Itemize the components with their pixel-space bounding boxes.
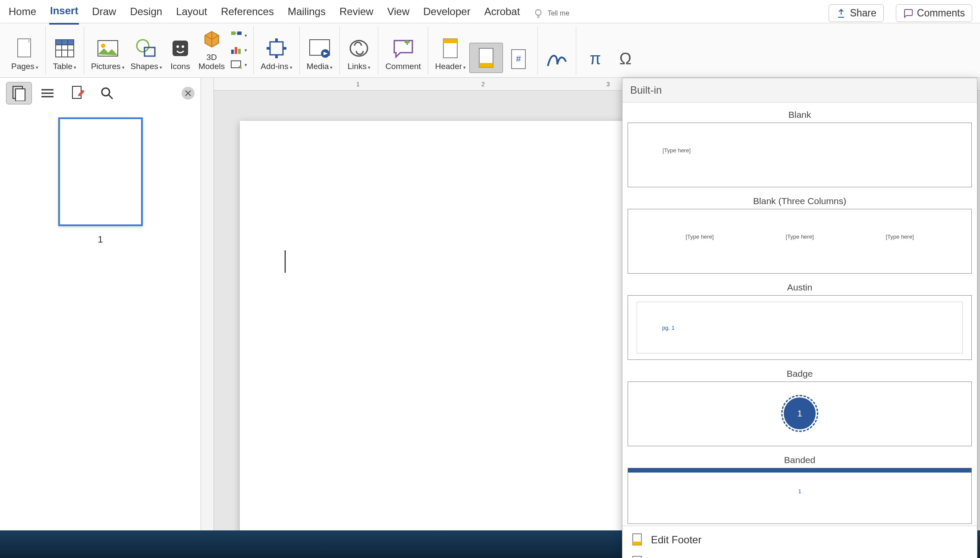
placeholder-text: [Type here] bbox=[663, 147, 691, 154]
pages-button[interactable]: Pages▾ bbox=[9, 35, 41, 73]
equation-button[interactable]: π bbox=[581, 45, 610, 73]
list-icon bbox=[41, 87, 55, 99]
svg-point-14 bbox=[182, 45, 184, 48]
3d-models-button[interactable]: 3D Models bbox=[196, 25, 227, 73]
footer-style-blank[interactable]: [Type here] bbox=[628, 123, 972, 187]
ribbon: Pages▾ Table▾ Pictures▾ Shapes▾ Icons bbox=[0, 23, 980, 78]
table-button[interactable]: Table▾ bbox=[50, 35, 79, 73]
share-button[interactable]: Share bbox=[829, 4, 883, 22]
svg-text:Ω: Ω bbox=[619, 50, 631, 68]
footer-style-three-columns[interactable]: [Type here] [Type here] [Type here] bbox=[628, 209, 972, 274]
footer-style-austin[interactable]: pg. 1 bbox=[628, 295, 972, 360]
banded-number: 1 bbox=[628, 488, 971, 495]
equation-icon: π bbox=[584, 49, 606, 69]
placeholder-text: [Type here] bbox=[886, 233, 914, 240]
pictures-button[interactable]: Pictures▾ bbox=[88, 35, 127, 73]
placeholder-text: [Type here] bbox=[685, 233, 713, 240]
footer-style-name: Austin bbox=[626, 279, 974, 295]
lightbulb-icon bbox=[533, 8, 544, 19]
svg-rect-18 bbox=[235, 47, 237, 54]
comment-label: Comment bbox=[385, 62, 421, 71]
reviewing-tab[interactable] bbox=[65, 82, 91, 104]
symbol-button[interactable]: Ω bbox=[611, 45, 640, 73]
share-icon bbox=[836, 8, 846, 19]
media-button[interactable]: Media▾ bbox=[304, 35, 336, 73]
ribbon-tabs: Home Insert Draw Design Layout Reference… bbox=[0, 0, 980, 23]
screenshot-icon bbox=[230, 60, 243, 69]
smartart-button[interactable]: ▾ bbox=[230, 29, 247, 42]
share-label: Share bbox=[850, 7, 876, 19]
icons-label: Icons bbox=[170, 62, 190, 71]
chart-icon bbox=[230, 45, 243, 55]
close-icon bbox=[185, 90, 192, 97]
svg-rect-17 bbox=[231, 50, 234, 54]
page-number-button[interactable]: # bbox=[504, 45, 533, 73]
footer-button[interactable] bbox=[471, 44, 501, 72]
svg-rect-25 bbox=[443, 39, 457, 43]
signature-icon bbox=[545, 49, 569, 69]
tab-developer[interactable]: Developer bbox=[422, 3, 471, 24]
navigation-pane: 1 bbox=[0, 78, 201, 532]
comment-icon bbox=[903, 8, 914, 19]
dropdown-section-header: Built-in bbox=[622, 78, 977, 103]
vertical-ruler[interactable] bbox=[201, 78, 214, 532]
tab-references[interactable]: References bbox=[220, 3, 275, 24]
comment-insert-icon bbox=[392, 38, 415, 59]
header-icon bbox=[441, 37, 460, 60]
tab-mailings[interactable]: Mailings bbox=[287, 3, 327, 24]
header-button[interactable]: Header▾ bbox=[433, 35, 468, 73]
svg-point-37 bbox=[41, 89, 43, 91]
svg-point-10 bbox=[137, 40, 149, 52]
svg-rect-16 bbox=[237, 32, 242, 35]
3d-icon bbox=[201, 29, 222, 50]
dropdown-scroll-area[interactable]: Blank [Type here] Blank (Three Columns) … bbox=[622, 103, 977, 526]
close-pane-button[interactable] bbox=[182, 87, 195, 100]
icons-button[interactable]: Icons bbox=[166, 35, 195, 73]
page-thumbnail[interactable] bbox=[58, 117, 143, 226]
addins-button[interactable]: Add-ins▾ bbox=[258, 35, 295, 73]
workspace: 1 1 2 3 Built-in Blank [Type here] Blank… bbox=[0, 78, 980, 532]
edit-footer-action[interactable]: Edit Footer bbox=[622, 529, 977, 551]
svg-line-42 bbox=[109, 95, 113, 99]
svg-rect-19 bbox=[238, 49, 241, 54]
tab-home[interactable]: Home bbox=[8, 3, 37, 24]
ruler-tick: 1 bbox=[356, 78, 360, 90]
find-tab[interactable] bbox=[94, 82, 120, 104]
tab-layout[interactable]: Layout bbox=[175, 3, 208, 24]
edit-footer-icon bbox=[631, 533, 645, 547]
text-cursor bbox=[285, 250, 286, 273]
svg-rect-40 bbox=[72, 86, 81, 98]
tab-insert[interactable]: Insert bbox=[49, 2, 79, 25]
symbol-icon: Ω bbox=[615, 49, 636, 69]
screenshot-button[interactable]: ▾ bbox=[230, 58, 247, 71]
tell-me-search[interactable]: Tell me bbox=[533, 8, 569, 19]
footer-style-name: Blank bbox=[626, 106, 974, 123]
links-button[interactable]: Links▾ bbox=[344, 35, 374, 73]
thumbnail-icon bbox=[12, 85, 26, 101]
tab-design[interactable]: Design bbox=[129, 3, 163, 24]
tab-review[interactable]: Review bbox=[339, 3, 374, 24]
tab-view[interactable]: View bbox=[386, 3, 411, 24]
headings-tab[interactable] bbox=[35, 82, 61, 104]
remove-footer-action[interactable]: Remove Footer bbox=[622, 551, 977, 558]
table-icon bbox=[54, 38, 75, 59]
links-label: Links bbox=[348, 62, 367, 71]
placeholder-text: [Type here] bbox=[785, 233, 814, 240]
tell-me-label: Tell me bbox=[547, 9, 569, 17]
svg-point-39 bbox=[41, 96, 43, 98]
thumbnails-tab[interactable] bbox=[6, 82, 32, 104]
smartart-icon bbox=[230, 31, 243, 40]
tab-draw[interactable]: Draw bbox=[91, 3, 117, 24]
chart-button[interactable]: ▾ bbox=[230, 44, 247, 57]
footer-style-badge[interactable]: 1 bbox=[628, 381, 972, 446]
shapes-button[interactable]: Shapes▾ bbox=[128, 35, 165, 73]
signature-line-button[interactable] bbox=[542, 45, 572, 73]
comments-button[interactable]: Comments bbox=[896, 4, 972, 22]
links-icon bbox=[348, 38, 370, 59]
svg-point-41 bbox=[102, 88, 110, 96]
footer-icon bbox=[477, 47, 496, 69]
footer-style-banded[interactable]: 1 bbox=[628, 468, 972, 524]
edit-footer-label: Edit Footer bbox=[651, 534, 701, 546]
comment-button[interactable]: Comment bbox=[383, 35, 423, 73]
tab-acrobat[interactable]: Acrobat bbox=[484, 3, 521, 24]
